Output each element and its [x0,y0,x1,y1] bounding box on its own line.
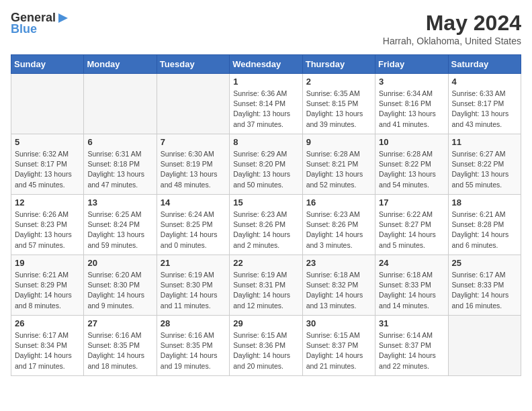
calendar-cell: 15Sunrise: 6:23 AMSunset: 8:26 PMDayligh… [230,195,302,255]
calendar-cell: 8Sunrise: 6:29 AMSunset: 8:20 PMDaylight… [230,134,302,195]
calendar-cell: 30Sunrise: 6:15 AMSunset: 8:37 PMDayligh… [302,316,375,376]
day-number: 15 [233,197,298,208]
day-number: 14 [161,197,226,208]
calendar-table: SundayMondayTuesdayWednesdayThursdayFrid… [11,54,521,376]
calendar-cell: 27Sunrise: 6:16 AMSunset: 8:35 PMDayligh… [84,316,157,376]
day-info: Sunrise: 6:20 AMSunset: 8:30 PMDaylight:… [87,270,152,311]
calendar-cell: 2Sunrise: 6:35 AMSunset: 8:15 PMDaylight… [302,74,375,134]
day-number: 24 [379,258,444,268]
page-header: General Blue May 2024 Harrah, Oklahoma, … [11,11,521,46]
calendar-cell: 19Sunrise: 6:21 AMSunset: 8:29 PMDayligh… [11,255,84,316]
calendar-cell [157,74,229,134]
title-block: May 2024 Harrah, Oklahoma, United States [383,11,521,46]
calendar-cell: 13Sunrise: 6:25 AMSunset: 8:24 PMDayligh… [84,195,157,255]
day-number: 18 [452,197,517,208]
day-info: Sunrise: 6:29 AMSunset: 8:20 PMDaylight:… [233,149,298,190]
calendar-week-row: 19Sunrise: 6:21 AMSunset: 8:29 PMDayligh… [11,255,521,316]
calendar-cell: 22Sunrise: 6:19 AMSunset: 8:31 PMDayligh… [230,255,302,316]
calendar-week-row: 12Sunrise: 6:26 AMSunset: 8:23 PMDayligh… [11,195,521,255]
day-number: 7 [161,137,226,147]
day-info: Sunrise: 6:31 AMSunset: 8:18 PMDaylight:… [87,149,152,190]
day-info: Sunrise: 6:26 AMSunset: 8:23 PMDaylight:… [15,210,80,250]
calendar-header-row: SundayMondayTuesdayWednesdayThursdayFrid… [11,55,521,74]
day-number: 25 [452,258,517,268]
day-number: 1 [233,77,298,87]
day-number: 22 [233,258,298,268]
calendar-cell: 4Sunrise: 6:33 AMSunset: 8:17 PMDaylight… [448,74,521,134]
day-number: 23 [306,258,371,268]
day-info: Sunrise: 6:19 AMSunset: 8:30 PMDaylight:… [161,270,226,311]
svg-marker-0 [58,13,68,23]
day-info: Sunrise: 6:33 AMSunset: 8:17 PMDaylight:… [452,89,517,130]
calendar-cell: 1Sunrise: 6:36 AMSunset: 8:14 PMDaylight… [230,74,302,134]
weekday-header-wednesday: Wednesday [230,55,302,74]
day-number: 9 [306,137,371,147]
calendar-week-row: 5Sunrise: 6:32 AMSunset: 8:17 PMDaylight… [11,134,521,195]
day-number: 5 [15,137,80,147]
day-info: Sunrise: 6:32 AMSunset: 8:17 PMDaylight:… [15,149,80,190]
calendar-week-row: 1Sunrise: 6:36 AMSunset: 8:14 PMDaylight… [11,74,521,134]
day-info: Sunrise: 6:18 AMSunset: 8:32 PMDaylight:… [306,270,371,311]
day-number: 28 [161,318,226,328]
day-info: Sunrise: 6:30 AMSunset: 8:19 PMDaylight:… [161,149,226,190]
weekday-header-tuesday: Tuesday [157,55,229,74]
calendar-cell: 31Sunrise: 6:14 AMSunset: 8:37 PMDayligh… [375,316,448,376]
day-info: Sunrise: 6:14 AMSunset: 8:37 PMDaylight:… [379,330,444,371]
calendar-cell: 29Sunrise: 6:15 AMSunset: 8:36 PMDayligh… [230,316,302,376]
calendar-cell [84,74,157,134]
logo-blue-text: Blue [11,22,37,36]
day-info: Sunrise: 6:28 AMSunset: 8:22 PMDaylight:… [379,149,444,190]
calendar-cell: 25Sunrise: 6:17 AMSunset: 8:33 PMDayligh… [448,255,521,316]
calendar-cell: 10Sunrise: 6:28 AMSunset: 8:22 PMDayligh… [375,134,448,195]
weekday-header-sunday: Sunday [11,55,84,74]
calendar-cell: 14Sunrise: 6:24 AMSunset: 8:25 PMDayligh… [157,195,229,255]
day-info: Sunrise: 6:25 AMSunset: 8:24 PMDaylight:… [87,210,152,250]
weekday-header-friday: Friday [375,55,448,74]
calendar-cell: 26Sunrise: 6:17 AMSunset: 8:34 PMDayligh… [11,316,84,376]
day-number: 4 [452,77,517,87]
day-number: 30 [306,318,371,328]
weekday-header-saturday: Saturday [448,55,521,74]
day-number: 20 [87,258,152,268]
calendar-cell: 28Sunrise: 6:16 AMSunset: 8:35 PMDayligh… [157,316,229,376]
calendar-cell: 3Sunrise: 6:34 AMSunset: 8:16 PMDaylight… [375,74,448,134]
calendar-cell [448,316,521,376]
day-info: Sunrise: 6:19 AMSunset: 8:31 PMDaylight:… [233,270,298,311]
calendar-cell: 17Sunrise: 6:22 AMSunset: 8:27 PMDayligh… [375,195,448,255]
day-info: Sunrise: 6:17 AMSunset: 8:34 PMDaylight:… [15,330,80,371]
day-info: Sunrise: 6:27 AMSunset: 8:22 PMDaylight:… [452,149,517,190]
day-number: 19 [15,258,80,268]
calendar-cell: 7Sunrise: 6:30 AMSunset: 8:19 PMDaylight… [157,134,229,195]
day-number: 3 [379,77,444,87]
day-info: Sunrise: 6:21 AMSunset: 8:29 PMDaylight:… [15,270,80,311]
day-info: Sunrise: 6:18 AMSunset: 8:33 PMDaylight:… [379,270,444,311]
day-info: Sunrise: 6:23 AMSunset: 8:26 PMDaylight:… [306,210,371,250]
day-info: Sunrise: 6:23 AMSunset: 8:26 PMDaylight:… [233,210,298,250]
day-info: Sunrise: 6:24 AMSunset: 8:25 PMDaylight:… [161,210,226,250]
day-info: Sunrise: 6:28 AMSunset: 8:21 PMDaylight:… [306,149,371,190]
day-number: 26 [15,318,80,328]
weekday-header-thursday: Thursday [302,55,375,74]
calendar-cell: 23Sunrise: 6:18 AMSunset: 8:32 PMDayligh… [302,255,375,316]
month-title: May 2024 [383,11,521,36]
calendar-cell: 11Sunrise: 6:27 AMSunset: 8:22 PMDayligh… [448,134,521,195]
calendar-cell: 9Sunrise: 6:28 AMSunset: 8:21 PMDaylight… [302,134,375,195]
page-container: General Blue May 2024 Harrah, Oklahoma, … [0,0,532,381]
day-info: Sunrise: 6:36 AMSunset: 8:14 PMDaylight:… [233,89,298,130]
day-info: Sunrise: 6:16 AMSunset: 8:35 PMDaylight:… [87,330,152,371]
day-number: 10 [379,137,444,147]
day-info: Sunrise: 6:15 AMSunset: 8:36 PMDaylight:… [233,330,298,371]
calendar-cell: 12Sunrise: 6:26 AMSunset: 8:23 PMDayligh… [11,195,84,255]
calendar-cell: 6Sunrise: 6:31 AMSunset: 8:18 PMDaylight… [84,134,157,195]
day-info: Sunrise: 6:17 AMSunset: 8:33 PMDaylight:… [452,270,517,311]
calendar-cell: 21Sunrise: 6:19 AMSunset: 8:30 PMDayligh… [157,255,229,316]
day-number: 17 [379,197,444,208]
weekday-header-monday: Monday [84,55,157,74]
day-info: Sunrise: 6:34 AMSunset: 8:16 PMDaylight:… [379,89,444,130]
day-number: 27 [87,318,152,328]
day-number: 12 [15,197,80,208]
calendar-cell: 16Sunrise: 6:23 AMSunset: 8:26 PMDayligh… [302,195,375,255]
logo: General Blue [11,11,69,36]
calendar-cell: 5Sunrise: 6:32 AMSunset: 8:17 PMDaylight… [11,134,84,195]
day-info: Sunrise: 6:35 AMSunset: 8:15 PMDaylight:… [306,89,371,130]
